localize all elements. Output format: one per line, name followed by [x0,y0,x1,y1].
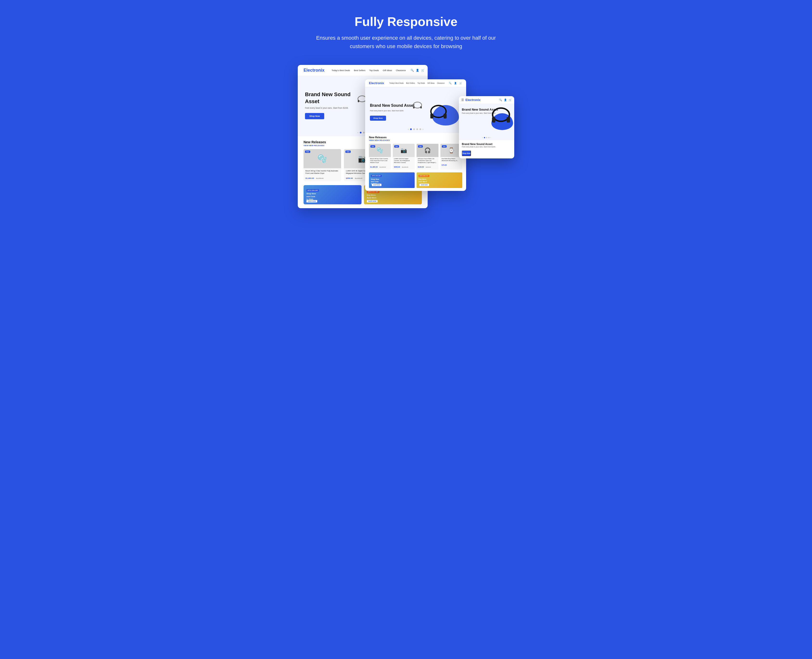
tablet-promo-tag-camera: UPTO 40% OFF [419,175,429,177]
mobile-dot-1[interactable] [484,137,485,138]
product-name-washer: Bosch 9/6 kg 5 Star Inverter Fully Autom… [305,170,339,175]
svg-rect-15 [492,117,496,123]
tablet-nav-sellers[interactable]: Best Sellers [406,82,415,84]
promo-card-kitchen: UPTO 15% OFF Shop Now and Cook in Style … [303,185,362,204]
hero-subtitle: Feel every beat in your ears. Start from… [305,107,363,109]
tablet-products-grid: Sale 🫧 Bosch 9/6 kg 5 Star Inverter Full… [369,144,462,169]
tablet-name-1: Bosch 9/6 kg 5 Star Inverter Fully Autom… [370,158,390,164]
dot-1[interactable] [360,132,362,134]
tablet-shop-btn-kitchen[interactable]: SHOP NOW [372,184,381,186]
tablet-nav-top[interactable]: Top Deals [417,82,425,84]
tablet-nav-gift[interactable]: Gift Ideas [427,82,434,84]
mobile-cart-icon[interactable]: 🛒 [509,98,512,102]
tablet-dot-3[interactable] [416,128,418,130]
tablet-nav-clearance[interactable]: Clearance [437,82,445,84]
tablet-promo-camera: UPTO 40% OFF Buy More, Save More SHOP NO… [417,172,462,188]
tablet-info-2: LUMIX GH5 4K Digital Camera, 20.3 Megapi… [393,157,415,169]
svg-rect-12 [430,114,433,118]
mobile-nav: ☰ Electronix 🔍 👤 🛒 [459,96,514,104]
tablet-cart-icon[interactable]: 🛒 [459,82,462,85]
mobile-user-icon[interactable]: 👤 [504,98,507,102]
product-old-price-washer: $1,550.00 [316,177,324,179]
nav-link-top[interactable]: Top Deals [369,69,379,72]
tablet-name-2: LUMIX GH5 4K Digital Camera, 20.3 Megapi… [394,158,414,164]
tablet-price-4: $75.00 [442,164,447,166]
tablet-sale-4: Sale [442,145,447,148]
tablet-next[interactable]: › [423,128,423,131]
tablet-nav: Electronix Today's Best Deals Best Selle… [365,79,466,87]
tablet-nav-links: Today's Best Deals Best Sellers Top Deal… [389,82,445,84]
mobile-dot-2[interactable] [486,137,487,138]
mobile-shop-now-button[interactable]: Shop Now [462,150,471,156]
promo-tag-kitchen: UPTO 15% OFF [306,189,319,192]
promo-text-camera: UPTO 40% OFF Buy More, Save More [367,191,379,199]
search-icon[interactable]: 🔍 [411,69,414,72]
tablet-prev[interactable]: ‹ [408,128,409,131]
product-price-washer: $1,460.00 [305,177,314,179]
tablet-dot-2[interactable] [413,128,415,130]
cart-icon[interactable]: 🛒 [421,69,425,72]
tablet-old-3: $900.00 [426,166,431,168]
promo-shop-btn-camera[interactable]: SHOP NOW [367,200,378,202]
carousel-prev[interactable]: ‹ [358,131,359,134]
mobile-dot-3[interactable] [488,137,490,138]
nav-link-gift[interactable]: Gift Ideas [383,69,392,72]
promo-shop-btn-kitchen[interactable]: SHOP NOW [306,200,317,202]
desktop-shop-now-button[interactable]: Shop Now [305,113,324,119]
tablet-promo-kitchen: UPTO 15% OFF Shop Now and Cook in Style … [369,172,415,188]
tablet-price-1: $1,460.00 [370,166,378,168]
desktop-nav-icons: 🔍 👤 🛒 [411,69,425,72]
svg-rect-16 [507,117,510,123]
tablet-price-2: $950.00 [394,166,400,168]
tablet-logo[interactable]: Electronix [369,81,384,85]
sale-badge-2: Sale [345,150,351,153]
user-icon[interactable]: 👤 [416,69,419,72]
mobile-next[interactable]: › [490,137,491,139]
tablet-dot-4[interactable] [419,128,421,130]
promo-text-kitchen: UPTO 15% OFF Shop Now and Cook in Style [306,189,319,200]
tablet-info-3: HiFuture Future Mate | Air Conduction Op… [417,157,438,169]
header-section: Fully Responsive Ensures a smooth user e… [307,14,505,50]
mobile-brand-sub: Feel every beat in your ears. Start from… [462,146,511,148]
mobile-search-icon[interactable]: 🔍 [499,98,502,102]
tablet-product-2: Sale 📷 LUMIX GH5 4K Digital Camera, 20.3… [393,144,415,169]
tablet-user-icon[interactable]: 👤 [453,82,457,85]
tablet-promo-text-camera: UPTO 40% OFF Buy More, Save More [419,174,429,183]
tablet-search-icon[interactable]: 🔍 [448,82,452,85]
page-subtitle: Ensures a smooth user experience on all … [307,34,505,50]
nav-link-clearance[interactable]: Clearance [396,69,406,72]
nav-link-sellers[interactable]: Best Sellers [354,69,365,72]
tablet-info-1: Bosch 9/6 kg 5 Star Inverter Fully Autom… [369,157,391,169]
tablet-nav-deals[interactable]: Today's Best Deals [389,82,404,84]
tablet-old-1: $1,000.00 [379,166,386,168]
mobile-prev[interactable]: ‹ [482,137,483,139]
tablet-new-releases-title: New Releases [369,136,462,139]
tablet-shop-now-button[interactable]: Shop Now [370,116,386,121]
svg-rect-1 [358,100,359,102]
tablet-hero-title: Brand New Sound Asset [370,103,415,108]
tablet-name-4: Fire-Boltt Ring Watch (Bluetooth Monitor… [442,158,461,162]
tablet-new-releases: New Releases VIEW NEW RELEASES Sale 🫧 Bo… [365,133,466,172]
tablet-promo-tag-kitchen: UPTO 15% OFF [371,175,382,177]
tablet-name-3: HiFuture Future Mate | Air Conduction Op… [418,158,437,164]
tablet-shop-btn-camera[interactable]: SHOP NOW [419,184,429,186]
tablet-hero-text: Brand New Sound Asset Feel every beat in… [370,103,415,126]
product-old-price-camera: $1,000.00 [355,177,362,179]
tablet-sale-1: Sale [370,145,375,148]
product-pricing-washer: $1,460.00 $1,550.00 [305,175,339,180]
hero-title: Brand New Sound Asset [305,91,363,105]
mobile-logo[interactable]: Electronix [465,98,498,102]
mobile-screen: ☰ Electronix 🔍 👤 🛒 Brand New Sound Asset… [459,96,514,158]
dot-2[interactable] [363,132,365,134]
tablet-screen: Electronix Today's Best Deals Best Selle… [365,79,466,191]
tablet-info-4: Fire-Boltt Ring Watch (Bluetooth Monitor… [441,157,462,167]
promo-title-camera: Buy More, Save More [367,194,379,199]
mobile-hamburger-icon[interactable]: ☰ [461,98,464,102]
tablet-dot-1[interactable] [410,128,412,130]
tablet-product-3: Sale 🎧 HiFuture Future Mate | Air Conduc… [417,144,438,169]
desktop-logo[interactable]: Electronix [303,68,324,73]
tablet-hero-sub: Feel every beat in your ears. Start from… [370,110,415,112]
tablet-view-link[interactable]: VIEW NEW RELEASES [369,139,462,141]
nav-link-deals[interactable]: Today's Best Deals [332,69,350,72]
tablet-nav-icons: 🔍 👤 🛒 [448,82,462,85]
